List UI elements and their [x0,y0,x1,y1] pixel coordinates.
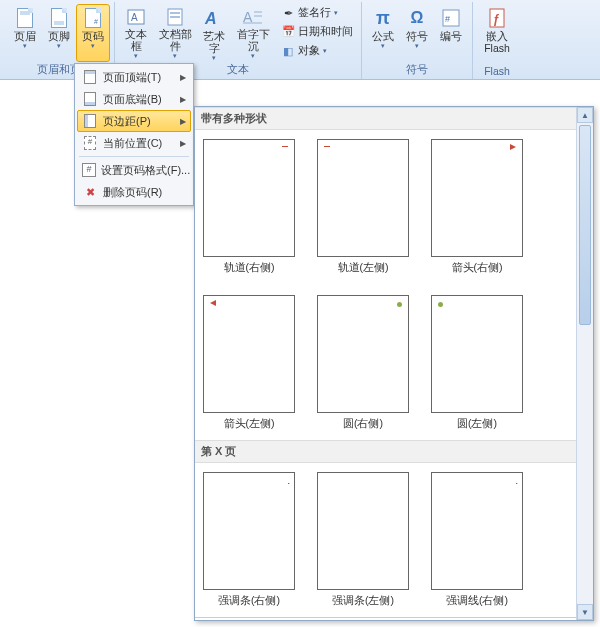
footer-icon [49,8,69,28]
object-button[interactable]: ◧ 对象 ▾ [277,42,357,59]
number-label: 编号 [440,30,462,42]
wordart-label: 艺术字 [199,30,229,54]
symbol-button[interactable]: Ω 符号 ▾ [400,4,434,62]
textbox-icon: A [126,8,146,26]
dropdown-arrow-icon: ▾ [251,52,255,60]
gallery-scroll[interactable]: 带有多种形状 轨道(右侧)轨道(左侧)箭头(右侧)箭头(左侧)圆(右侧)圆(左侧… [195,107,576,620]
object-label: 对象 [298,44,320,58]
menu-item-label: 删除页码(R) [103,185,186,200]
gallery-caption: 圆(右侧) [343,417,383,431]
header-button[interactable]: 页眉 ▾ [8,4,42,62]
page-number-icon: # [83,8,103,28]
dropcap-label: 首字下沉 [233,28,273,52]
menu-item-fmt[interactable]: #设置页码格式(F)... [77,159,191,181]
group-symbols: π 公式 ▾ Ω 符号 ▾ # 编号 符号 [362,2,473,79]
page-number-menu: 页面顶端(T)▶页面底端(B)▶页边距(P)▶#当前位置(C)▶#设置页码格式(… [74,63,194,206]
gallery-save-selection[interactable]: 💾 将所选内容另存为页码(边距)(S) [195,617,576,620]
dropdown-arrow-icon: ▾ [134,52,138,60]
svg-rect-4 [170,16,180,18]
menu-item-top[interactable]: 页面顶端(T)▶ [77,66,191,88]
top-icon [82,69,98,85]
menu-item-label: 页边距(P) [103,114,173,129]
parts-button[interactable]: 文档部件 ▾ [153,4,197,62]
gallery-section-shapes: 带有多种形状 [195,107,576,130]
gallery-thumb [317,472,409,590]
menu-item-label: 设置页码格式(F)... [101,163,190,178]
gallery-thumb [203,139,295,257]
submenu-arrow-icon: ▶ [180,95,186,104]
menu-item-side[interactable]: 页边距(P)▶ [77,110,191,132]
svg-rect-7 [254,11,262,13]
gallery-caption: 强调条(右侧) [218,594,280,608]
gallery-section-pagex: 第 X 页 [195,440,576,463]
group-label-symbols: 符号 [366,62,468,79]
flash-button[interactable]: ƒ 嵌入 Flash [477,4,517,62]
scroll-up-button[interactable]: ▲ [577,107,593,123]
scroll-down-button[interactable]: ▼ [577,604,593,620]
signature-label: 签名行 [298,6,331,20]
page-margin-gallery: 带有多种形状 轨道(右侧)轨道(左侧)箭头(右侧)箭头(左侧)圆(右侧)圆(左侧… [194,106,594,621]
svg-rect-3 [170,12,180,14]
scrollbar[interactable]: ▲ ▼ [576,107,593,620]
submenu-arrow-icon: ▶ [180,117,186,126]
submenu-arrow-icon: ▶ [180,139,186,148]
wordart-icon: A [204,8,224,28]
equation-button[interactable]: π 公式 ▾ [366,4,400,62]
header-icon [15,8,35,28]
wordart-button[interactable]: A 艺术字 ▾ [197,4,231,62]
parts-icon [165,8,185,26]
svg-text:A: A [131,12,138,23]
menu-item-del[interactable]: ✖删除页码(R) [77,181,191,203]
date-time-label: 日期和时间 [298,25,353,39]
symbol-icon: Ω [407,8,427,28]
footer-label: 页脚 [48,30,70,42]
svg-text:#: # [445,14,450,24]
menu-item-bot[interactable]: 页面底端(B)▶ [77,88,191,110]
date-icon: 📅 [281,25,295,39]
menu-item-cur[interactable]: #当前位置(C)▶ [77,132,191,154]
gallery-thumb [431,295,523,413]
textbox-button[interactable]: A 文本框 ▾ [119,4,153,62]
gallery-caption: 强调条(左侧) [332,594,394,608]
bot-icon [82,91,98,107]
dropdown-arrow-icon: ▾ [57,42,61,50]
dropcap-button[interactable]: A 首字下沉 ▾ [231,4,275,62]
footer-button[interactable]: 页脚 ▾ [42,4,76,62]
svg-text:ƒ: ƒ [493,12,500,26]
dropdown-arrow-icon: ▾ [334,9,338,17]
page-number-button[interactable]: # 页码 ▾ [76,4,110,62]
dropdown-arrow-icon: ▾ [323,47,327,55]
gallery-caption: 圆(左侧) [457,417,497,431]
gallery-item[interactable]: ··强调线(右侧) [429,469,525,611]
dropdown-arrow-icon: ▾ [381,42,385,50]
symbol-label: 符号 [406,30,428,42]
menu-item-label: 页面顶端(T) [103,70,173,85]
gallery-thumb [203,295,295,413]
textbox-label: 文本框 [121,28,151,52]
gallery-caption: 轨道(左侧) [338,261,389,275]
gallery-item[interactable]: 轨道(右侧) [201,136,297,278]
group-label-flash: Flash [477,64,517,79]
gallery-item[interactable]: 轨道(左侧) [315,136,411,278]
gallery-item[interactable]: 箭头(左侧) [201,292,297,434]
gallery-item[interactable]: 圆(左侧) [429,292,525,434]
equation-icon: π [373,8,393,28]
gallery-caption: 箭头(右侧) [452,261,503,275]
submenu-arrow-icon: ▶ [180,73,186,82]
gallery-item[interactable]: 圆(右侧) [315,292,411,434]
gallery-item[interactable]: 强调条(左侧) [315,469,411,611]
side-icon [82,113,98,129]
number-button[interactable]: # 编号 [434,4,468,62]
gallery-caption: 强调线(右侧) [446,594,508,608]
cur-icon: # [82,135,98,151]
gallery-item[interactable]: 箭头(右侧) [429,136,525,278]
gallery-thumb [317,139,409,257]
svg-text:A: A [204,10,217,27]
scroll-thumb[interactable] [579,125,591,325]
group-flash: ƒ 嵌入 Flash Flash [473,2,521,79]
page-number-label: 页码 [82,30,104,42]
signature-line-button[interactable]: ✒ 签名行 ▾ [277,4,357,21]
gallery-item[interactable]: ··强调条(右侧) [201,469,297,611]
gallery-caption: 轨道(右侧) [224,261,275,275]
date-time-button[interactable]: 📅 日期和时间 [277,23,357,40]
